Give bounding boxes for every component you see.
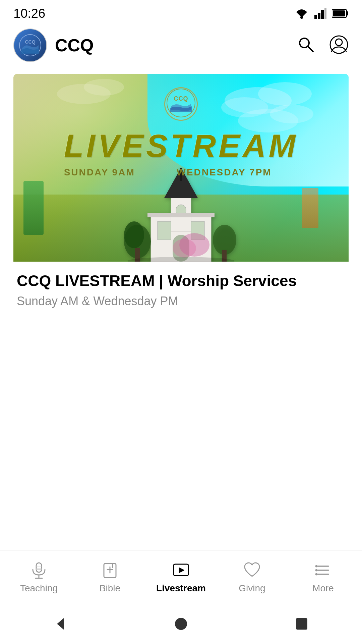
svg-rect-40 <box>36 563 42 572</box>
nav-item-more[interactable]: More <box>288 557 359 597</box>
livestream-card[interactable]: CCQ LIVESTREAM SUNDAY 9AM WEDNESDAY 7PM <box>13 74 349 312</box>
svg-point-33 <box>124 221 144 248</box>
main-content: CCQ LIVESTREAM SUNDAY 9AM WEDNESDAY 7PM <box>0 67 362 328</box>
home-button[interactable] <box>171 614 191 634</box>
svg-point-59 <box>175 618 187 630</box>
right-element <box>302 188 318 228</box>
back-icon <box>52 615 69 632</box>
bible-icon <box>101 561 119 580</box>
svg-rect-2 <box>318 13 320 19</box>
app-logo[interactable]: CCQ <box>13 29 47 62</box>
svg-rect-60 <box>296 618 307 630</box>
banner-time-sunday: SUNDAY 9AM <box>64 167 135 178</box>
banner-logo: CCQ <box>164 87 198 121</box>
banner-livestream-text: LIVESTREAM <box>64 127 298 164</box>
svg-point-55 <box>315 565 317 567</box>
svg-line-11 <box>308 46 313 52</box>
svg-rect-31 <box>147 213 215 217</box>
card-subtitle: Sunday AM & Wednesday PM <box>17 294 345 308</box>
banner-logo-text: CCQ <box>166 88 196 120</box>
system-nav <box>0 604 362 644</box>
svg-rect-27 <box>158 221 171 240</box>
account-button[interactable] <box>329 35 349 56</box>
svg-marker-58 <box>57 618 64 630</box>
home-icon <box>173 615 189 632</box>
search-button[interactable] <box>296 35 316 56</box>
status-icons <box>294 8 349 19</box>
svg-rect-1 <box>314 15 317 19</box>
svg-rect-6 <box>347 11 348 15</box>
livestream-label: Livestream <box>156 583 206 594</box>
header-actions <box>296 35 349 56</box>
battery-icon <box>332 9 349 18</box>
livestream-banner: CCQ LIVESTREAM SUNDAY 9AM WEDNESDAY 7PM <box>13 74 349 262</box>
signal-icon <box>314 8 326 19</box>
teaching-label: Teaching <box>20 583 58 594</box>
more-icon <box>314 561 333 580</box>
banner-main-text: LIVESTREAM SUNDAY 9AM WEDNESDAY 7PM <box>64 127 298 178</box>
banner-times: SUNDAY 9AM WEDNESDAY 7PM <box>64 167 272 178</box>
giving-label: Giving <box>239 583 265 594</box>
more-label: More <box>312 583 334 594</box>
card-title: CCQ LIVESTREAM | Worship Services <box>17 272 345 290</box>
svg-text:CCQ: CCQ <box>25 39 35 45</box>
account-icon <box>329 35 349 54</box>
svg-rect-3 <box>321 10 324 19</box>
church-building <box>117 168 245 262</box>
left-tower <box>23 181 44 235</box>
svg-point-39 <box>127 257 235 262</box>
svg-rect-7 <box>333 10 345 16</box>
svg-point-13 <box>336 39 342 46</box>
card-info: CCQ LIVESTREAM | Worship Services Sunday… <box>13 262 349 312</box>
heart-icon <box>243 561 261 580</box>
search-icon <box>296 35 316 54</box>
nav-item-giving[interactable]: Giving <box>217 557 288 597</box>
svg-point-0 <box>300 16 303 19</box>
svg-point-38 <box>173 239 196 258</box>
wifi-icon <box>294 8 309 19</box>
bottom-nav: Teaching Bible Livestream Giving <box>0 550 362 604</box>
recent-button[interactable] <box>292 614 312 634</box>
svg-marker-51 <box>179 568 184 573</box>
svg-point-56 <box>315 569 317 571</box>
banner-time-wednesday: WEDNESDAY 7PM <box>177 167 272 178</box>
bible-label: Bible <box>100 583 120 594</box>
svg-point-57 <box>315 573 317 575</box>
nav-item-livestream[interactable]: Livestream <box>145 557 217 597</box>
svg-text:CCQ: CCQ <box>174 95 188 102</box>
svg-point-21 <box>167 89 195 117</box>
status-bar: 10:26 <box>0 0 362 23</box>
app-header: CCQ CCQ <box>0 23 362 67</box>
app-title: CCQ <box>55 35 296 55</box>
nav-item-teaching[interactable]: Teaching <box>3 557 74 597</box>
recent-icon <box>293 615 310 632</box>
livestream-icon <box>172 561 190 580</box>
logo-icon: CCQ <box>18 34 42 57</box>
microphone-icon <box>29 561 48 580</box>
back-button[interactable] <box>50 614 70 634</box>
svg-rect-4 <box>324 8 326 19</box>
nav-item-bible[interactable]: Bible <box>74 557 145 597</box>
status-time: 10:26 <box>13 6 45 21</box>
banner-logo-svg: CCQ <box>166 88 196 118</box>
